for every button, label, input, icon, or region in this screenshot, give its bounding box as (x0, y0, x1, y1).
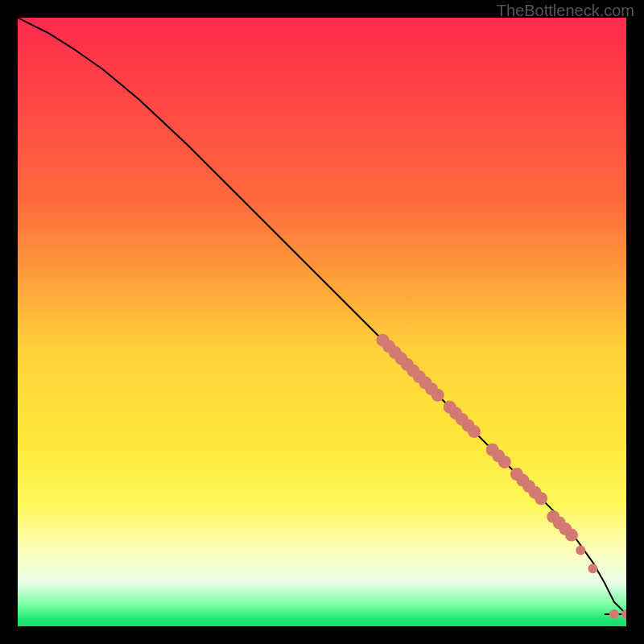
svg-point-23 (535, 492, 547, 505)
svg-point-30 (609, 609, 619, 619)
svg-point-10 (431, 389, 444, 402)
svg-point-15 (468, 425, 481, 438)
svg-point-18 (498, 456, 511, 469)
watermark-text: TheBottleneck.com (497, 2, 634, 20)
chart-plot (18, 18, 626, 626)
svg-point-29 (588, 564, 597, 573)
chart-svg (18, 18, 626, 626)
svg-point-27 (565, 529, 578, 542)
svg-rect-0 (18, 18, 626, 626)
chart-stage: TheBottleneck.com (0, 0, 644, 644)
svg-point-28 (576, 546, 585, 555)
